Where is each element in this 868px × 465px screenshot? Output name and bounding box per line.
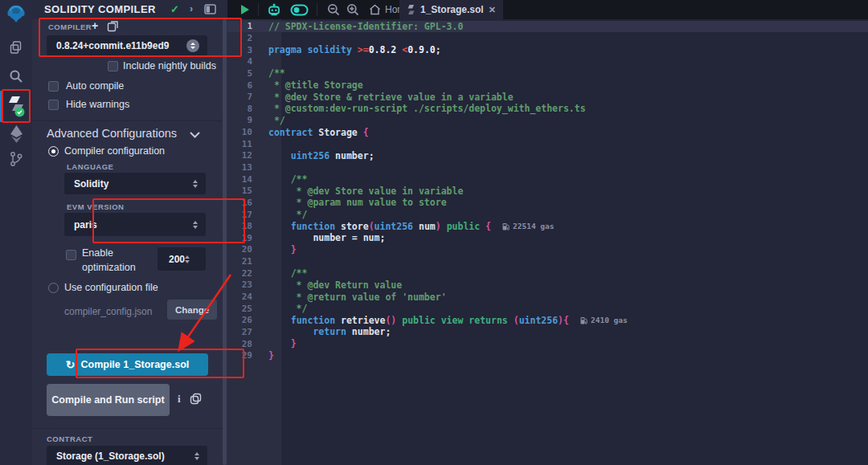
chevron-right-icon[interactable]: › [190,3,193,14]
compiler-version-select[interactable]: 0.8.24+commit.e11b9ed9 [47,35,207,56]
line-number[interactable]: 1 [227,21,267,31]
line-number[interactable]: 27 [227,327,267,337]
line-number[interactable]: 12 [227,150,267,161]
line-number[interactable]: 10 [227,127,267,137]
line-number[interactable]: 8 [227,104,267,114]
code-text: * @dev Store value in variable [268,186,463,197]
code-line[interactable]: 27 return number; [227,326,868,338]
auto-compile-checkbox[interactable] [48,81,59,92]
line-number[interactable]: 9 [227,115,267,125]
line-number[interactable]: 3 [227,45,267,55]
select-stepper-icon [194,452,199,460]
code-line[interactable]: 18 function store(uint256 num) public {2… [227,220,868,232]
code-line[interactable]: 6 * @title Storage [227,80,868,92]
code-line[interactable]: 8 * @custom:dev-run-script ./scripts/dep… [227,103,868,115]
line-number[interactable]: 2 [227,33,267,43]
search-icon[interactable] [0,67,32,85]
deploy-run-icon[interactable] [0,124,32,145]
line-number[interactable]: 26 [227,315,267,325]
gas-estimate-badge: 22514 gas [502,222,554,230]
code-line[interactable]: 19 number = num; [227,232,868,244]
line-number[interactable]: 20 [227,244,267,255]
line-number[interactable]: 28 [227,339,267,349]
code-line[interactable]: 26 function retrieve() public view retur… [227,315,868,327]
language-select[interactable]: Solidity [64,173,206,194]
line-number[interactable]: 29 [227,350,267,361]
code-line[interactable]: 7 * @dev Store & retrieve value in a var… [227,91,868,103]
line-number[interactable]: 14 [227,174,267,185]
code-line[interactable]: 9 */ [227,115,868,127]
code-line[interactable]: 21 [227,255,868,267]
code-line[interactable]: 1// SPDX-License-Identifier: GPL-3.0 [227,21,868,33]
code-line[interactable]: 28 } [227,338,868,350]
code-text: * @dev Store & retrieve value in a varia… [268,92,514,103]
code-line[interactable]: 13 [227,161,868,173]
add-compiler-icon[interactable]: + [92,19,98,32]
line-number[interactable]: 17 [227,210,267,220]
chevron-down-icon[interactable] [190,132,200,138]
code-line[interactable]: 11 [227,138,868,150]
code-line[interactable]: 2 [227,32,868,44]
panel-scrollbar[interactable] [223,19,227,465]
code-line[interactable]: 14 /** [227,173,868,186]
code-line[interactable]: 16 * @param num value to store [227,197,868,209]
change-config-button[interactable]: Change [167,300,217,320]
code-line[interactable]: 12 uint256 number; [227,150,868,162]
line-number[interactable]: 25 [227,304,267,314]
contract-select[interactable]: Storage (1_Storage.sol) [47,446,207,465]
info-icon[interactable]: i [178,393,181,406]
advanced-configurations-title[interactable]: Advanced Configurations [47,127,177,140]
code-line[interactable]: 29} [227,349,868,361]
line-number[interactable]: 13 [227,162,267,173]
git-icon[interactable] [0,149,32,169]
play-icon[interactable] [237,5,253,14]
compiler-config-radio[interactable] [48,146,59,157]
line-number[interactable]: 11 [227,139,267,149]
code-line[interactable]: 15 * @dev Store value in variable [227,185,868,197]
line-number[interactable]: 4 [227,56,267,67]
panel-title: SOLIDITY COMPILER [44,0,156,19]
code-line[interactable]: 5/** [227,67,868,80]
copy-icon[interactable] [190,393,202,405]
code-line[interactable]: 3pragma solidity >=0.8.2 <0.9.0; [227,44,868,56]
tab-1-storage-sol[interactable]: 1_Storage.sol ✕ [399,0,503,19]
line-number[interactable]: 6 [227,80,267,91]
line-number[interactable]: 19 [227,233,267,243]
zoom-in-icon[interactable] [345,3,361,16]
remix-logo[interactable] [0,3,32,26]
compile-button[interactable]: ↻ Compile 1_Storage.sol [47,353,208,376]
code-line[interactable]: 20 } [227,244,868,256]
code-line[interactable]: 22 /** [227,267,868,279]
ai-assistant-icon[interactable] [265,3,283,16]
reload-compiler-icon[interactable] [107,21,119,32]
code-line[interactable]: 17 */ [227,209,868,221]
code-line[interactable]: 4 [227,55,868,67]
compile-and-run-button[interactable]: Compile and Run script [47,384,170,416]
code-editor[interactable]: 1// SPDX-License-Identifier: GPL-3.023pr… [227,19,868,465]
use-config-file-radio[interactable] [48,283,59,293]
line-number[interactable]: 18 [227,221,267,231]
line-number[interactable]: 23 [227,279,267,290]
line-number[interactable]: 7 [227,92,267,102]
zoom-out-icon[interactable] [326,3,342,16]
line-number[interactable]: 24 [227,292,267,302]
code-line[interactable]: 10contract Storage { [227,126,868,138]
line-number[interactable]: 15 [227,186,267,196]
line-number[interactable]: 16 [227,198,267,208]
toggle-icon[interactable] [289,4,309,16]
line-number[interactable]: 22 [227,268,267,279]
code-line[interactable]: 25 */ [227,303,868,315]
line-number[interactable]: 21 [227,256,267,267]
nightly-builds-checkbox[interactable] [108,61,118,71]
close-tab-icon[interactable]: ✕ [489,5,496,15]
optimization-runs-input[interactable]: 200 [158,247,206,271]
code-line[interactable]: 24 * @return value of 'number' [227,291,868,303]
hide-warnings-checkbox[interactable] [48,100,59,110]
solidity-compiler-icon[interactable] [0,92,32,120]
code-line[interactable]: 23 * @dev Return value [227,279,868,292]
evm-version-select[interactable]: paris [64,213,206,236]
enable-optimization-checkbox[interactable] [66,250,76,260]
file-explorer-icon[interactable] [0,39,32,56]
line-number[interactable]: 5 [227,68,267,79]
split-panel-icon[interactable] [204,4,217,15]
